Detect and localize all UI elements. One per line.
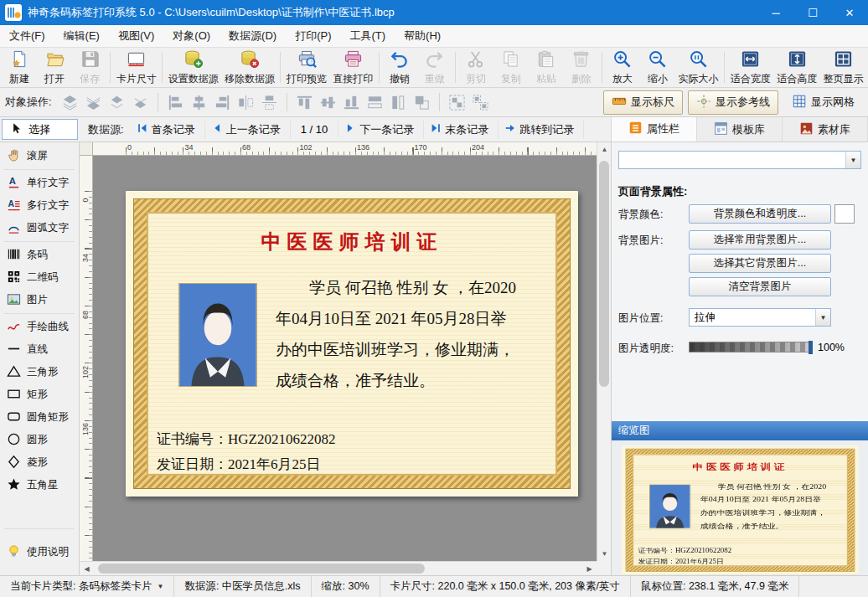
show-ruler-button[interactable]: 显示标尺 xyxy=(603,90,683,115)
design-canvas[interactable]: 03468102136170204 03468102136 中医医师培训证学员 … xyxy=(80,142,597,561)
menu-help[interactable]: 帮助(H) xyxy=(395,25,450,47)
new-button[interactable]: 新建 xyxy=(2,49,37,86)
tool-diamond[interactable]: 菱形 xyxy=(0,451,79,474)
card-size-button[interactable]: 卡片尺寸 xyxy=(113,49,159,86)
horizontal-scrollbar[interactable]: ◀ ▶ xyxy=(80,561,597,575)
fit-width-button[interactable]: 适合宽度 xyxy=(727,49,773,86)
select-tool-button[interactable]: 选择 xyxy=(2,119,78,140)
student-photo[interactable] xyxy=(649,485,690,528)
last-record-button[interactable]: 末条记录 xyxy=(424,121,499,139)
opacity-slider-handle[interactable] xyxy=(809,341,813,354)
tool-qrcode[interactable]: 二维码 xyxy=(0,266,79,289)
tool-multi-text[interactable]: A多行文字 xyxy=(0,194,79,217)
save-label: 保存 xyxy=(80,72,100,86)
bg-color-swatch[interactable] xyxy=(834,204,855,224)
prev-record-button[interactable]: 上一条记录 xyxy=(205,121,291,139)
tab-materials[interactable]: 素材库 xyxy=(783,117,868,142)
undo-button[interactable]: 撤销 xyxy=(382,49,417,86)
tool-rect[interactable]: 矩形 xyxy=(0,383,79,406)
object-selector-dropdown[interactable]: ▼ xyxy=(618,151,861,169)
horizontal-scroll-thumb[interactable] xyxy=(98,564,425,574)
first-record-button[interactable]: 首条记录 xyxy=(131,121,205,139)
tool-circle[interactable]: 圆形 xyxy=(0,429,79,451)
tool-arc-text[interactable]: 圆弧文字 xyxy=(0,217,79,239)
student-photo[interactable] xyxy=(179,284,256,386)
zoom-in-button[interactable]: 放大 xyxy=(605,49,640,86)
certificate-body-line: 年04月10日至 2021 年05月28日举 xyxy=(276,303,545,334)
vertical-scroll-thumb[interactable] xyxy=(599,161,609,387)
fit-height-button[interactable]: 适合高度 xyxy=(773,49,819,86)
menu-bar: 文件(F)编辑(E)视图(V)对象(O)数据源(D)打印(P)工具(T)帮助(H… xyxy=(0,25,868,48)
fit-page-button[interactable]: 整页显示 xyxy=(820,49,866,86)
certificate-body-text[interactable]: 学员 何召艳 性别 女 ，在2020年04月10日至 2021 年05月28日举… xyxy=(700,480,841,533)
toolbar-separator xyxy=(724,52,725,83)
scroll-down-arrow[interactable]: ▼ xyxy=(597,547,612,561)
help-button[interactable]: 使用说明 xyxy=(0,541,79,564)
menu-print[interactable]: 打印(P) xyxy=(286,25,340,47)
tab-properties[interactable]: 属性栏 xyxy=(612,117,697,142)
minimize-button[interactable]: ─ xyxy=(757,0,794,25)
status-card-type[interactable]: 当前卡片类型: 条码标签类卡片▼ xyxy=(0,576,174,597)
certificate-border: 中医医师培训证学员 何召艳 性别 女 ，在2020年04月10日至 2021 年… xyxy=(133,198,571,489)
triangle-label: 三角形 xyxy=(27,365,59,379)
certificate-page[interactable]: 中医医师培训证学员 何召艳 性别 女 ，在2020年04月10日至 2021 年… xyxy=(126,191,578,497)
certificate-inner: 中医医师培训证学员 何召艳 性别 女 ，在2020年04月10日至 2021 年… xyxy=(633,455,848,567)
actual-size-button[interactable]: 实际大小 xyxy=(675,49,721,86)
tool-single-text[interactable]: A单行文字 xyxy=(0,172,79,194)
show-grid-button[interactable]: 显示网格 xyxy=(783,90,863,115)
choose-common-bg-button[interactable]: 选择常用背景图片... xyxy=(689,230,831,250)
cut-button: 剪切 xyxy=(458,49,493,86)
tool-star[interactable]: 五角星 xyxy=(0,474,79,497)
image-position-select[interactable]: 拉伸 ▼ xyxy=(689,308,831,327)
tool-triangle[interactable]: 三角形 xyxy=(0,361,79,383)
delete-icon xyxy=(571,49,591,71)
print-preview-button[interactable]: 打印预览 xyxy=(283,49,329,86)
jump-to-record-button[interactable]: 跳转到记录 xyxy=(499,121,584,139)
bg-color-button[interactable]: 背景颜色和透明度... xyxy=(689,204,831,224)
certificate-body-text[interactable]: 学员 何召艳 性别 女 ，在2020年04月10日至 2021 年05月28日举… xyxy=(276,272,545,396)
menu-edit[interactable]: 编辑(E) xyxy=(54,25,109,47)
tool-line[interactable]: 直线 xyxy=(0,338,79,361)
same-height-icon xyxy=(388,92,409,113)
certificate-issue-date[interactable]: 发证日期：2021年6月25日 xyxy=(157,455,321,474)
image-opacity-slider[interactable] xyxy=(689,342,813,353)
scroll-up-arrow[interactable]: ▲ xyxy=(597,142,612,157)
show-guides-button[interactable]: 显示参考线 xyxy=(688,90,778,115)
next-record-button[interactable]: 下一条记录 xyxy=(338,121,424,139)
tool-rounded-rect[interactable]: 圆角矩形 xyxy=(0,406,79,429)
remove-datasource-button[interactable]: 移除数据源 xyxy=(221,49,277,86)
scroll-left-arrow[interactable]: ◀ xyxy=(80,562,94,576)
barcode-label: 条码 xyxy=(27,248,48,262)
tool-barcode[interactable]: 条码 xyxy=(0,244,79,266)
ruler-number: 102 xyxy=(81,367,90,378)
direct-print-button[interactable]: 直接打印 xyxy=(330,49,376,86)
menu-view[interactable]: 视图(V) xyxy=(109,25,163,47)
tool-curve[interactable]: 手绘曲线 xyxy=(0,316,79,338)
choose-other-bg-button[interactable]: 选择其它背景图片... xyxy=(689,254,831,273)
svg-text:A: A xyxy=(8,199,14,208)
tool-scroll[interactable]: 滚屏 xyxy=(0,145,79,167)
vertical-scrollbar[interactable]: ▲ ▼ xyxy=(597,142,611,561)
toolbar-separator xyxy=(379,52,380,83)
menu-file[interactable]: 文件(F) xyxy=(0,25,54,47)
menu-tools[interactable]: 工具(T) xyxy=(340,25,395,47)
tab-templates[interactable]: 模板库 xyxy=(697,117,783,142)
multi-text-icon: A xyxy=(7,198,21,214)
certificate-page[interactable]: 中医医师培训证学员 何召艳 性别 女 ，在2020年04月10日至 2021 年… xyxy=(622,445,859,575)
certificate-number[interactable]: 证书编号：HGZ20210622082 xyxy=(638,547,731,555)
menu-datasource[interactable]: 数据源(D) xyxy=(220,25,286,47)
menu-object[interactable]: 对象(O) xyxy=(163,25,220,47)
certificate-number[interactable]: 证书编号：HGZ20210622082 xyxy=(157,430,335,449)
clear-bg-button[interactable]: 清空背景图片 xyxy=(689,277,831,296)
maximize-button[interactable]: ☐ xyxy=(794,0,831,25)
tool-image[interactable]: 图片 xyxy=(0,289,79,311)
certificate-issue-date[interactable]: 发证日期：2021年6月25日 xyxy=(638,558,723,566)
close-button[interactable]: ✕ xyxy=(831,0,868,25)
zoom-out-button[interactable]: 缩小 xyxy=(640,49,675,86)
set-datasource-button[interactable]: 设置数据源 xyxy=(165,49,221,86)
cursor-icon xyxy=(10,122,23,137)
status-zoom-level: 缩放: 30% xyxy=(312,576,380,597)
open-button[interactable]: 打开 xyxy=(37,49,72,86)
prev-record-label: 上一条记录 xyxy=(226,122,281,137)
scroll-right-arrow[interactable]: ▶ xyxy=(582,562,597,576)
